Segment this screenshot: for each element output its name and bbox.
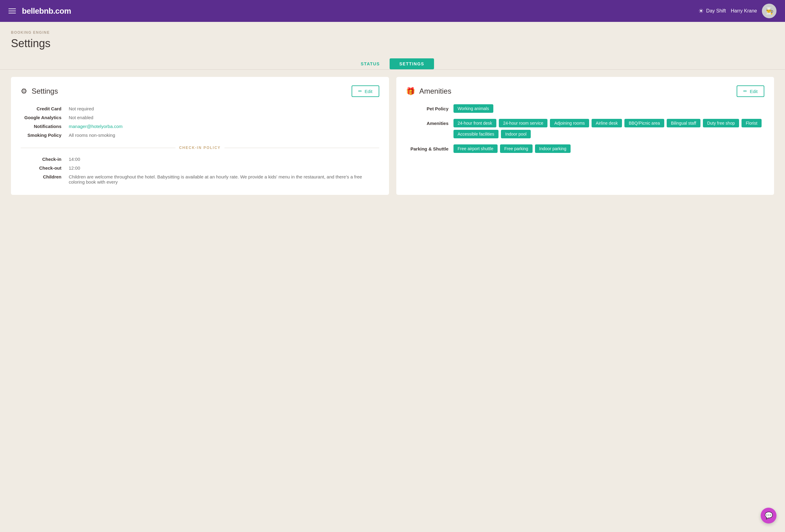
amenities-title-group: 🎁 Amenities bbox=[406, 87, 451, 96]
tag-accessible-facilities: Accessible facilities bbox=[454, 130, 499, 138]
smoking-policy-label: Smoking Policy bbox=[21, 131, 66, 139]
settings-icon: ⚙ bbox=[21, 87, 27, 96]
chat-icon: 💬 bbox=[765, 512, 773, 520]
settings-card-header: ⚙ Settings ✏ Edit bbox=[21, 85, 379, 97]
table-row: Check-out 12:00 bbox=[21, 164, 379, 172]
divider-line-right bbox=[225, 148, 379, 148]
settings-edit-label: Edit bbox=[365, 89, 373, 94]
settings-card-title: Settings bbox=[32, 87, 58, 96]
page-title: Settings bbox=[11, 37, 774, 50]
main-content: ⚙ Settings ✏ Edit Credit Card Not requir… bbox=[0, 70, 785, 202]
amenities-card-title: Amenities bbox=[420, 87, 451, 96]
parking-shuttle-tags: Free airport shuttle Free parking Indoor… bbox=[454, 144, 765, 153]
tag-airline-desk: Airline desk bbox=[591, 119, 622, 127]
children-value: Children are welcome throughout the hote… bbox=[66, 172, 379, 186]
checkin-label: Check-in bbox=[21, 155, 66, 164]
tab-settings[interactable]: SETTINGS bbox=[389, 58, 434, 69]
user-name: Harry Krane bbox=[731, 8, 757, 14]
children-label: Children bbox=[21, 172, 66, 186]
credit-card-label: Credit Card bbox=[21, 104, 66, 113]
settings-card: ⚙ Settings ✏ Edit Credit Card Not requir… bbox=[11, 77, 389, 195]
checkin-fields-table: Check-in 14:00 Check-out 12:00 Children … bbox=[21, 155, 379, 186]
tag-florist: Florist bbox=[741, 119, 762, 127]
table-row: Smoking Policy All rooms non-smoking bbox=[21, 131, 379, 139]
tag-duty-free-shop: Duty free shop bbox=[703, 119, 739, 127]
table-row: Notifications manager@hotelyorba.com bbox=[21, 122, 379, 131]
tag-working-animals: Working animals bbox=[454, 104, 493, 113]
checkout-value: 12:00 bbox=[66, 164, 379, 172]
table-row: Credit Card Not required bbox=[21, 104, 379, 113]
hamburger-menu[interactable] bbox=[8, 8, 16, 14]
tab-status[interactable]: STATUS bbox=[351, 58, 389, 69]
amenities-tags: 24-hour front desk 24-hour room service … bbox=[454, 119, 765, 138]
amenities-label: Amenities bbox=[406, 119, 449, 126]
tag-24hr-room-service: 24-hour room service bbox=[499, 119, 548, 127]
tag-indoor-parking: Indoor parking bbox=[535, 144, 571, 153]
settings-title-group: ⚙ Settings bbox=[21, 87, 58, 96]
sun-icon: ☀ bbox=[698, 7, 704, 15]
divider-line-left bbox=[21, 148, 176, 148]
table-row: Check-in 14:00 bbox=[21, 155, 379, 164]
settings-fields-table: Credit Card Not required Google Analytic… bbox=[21, 104, 379, 139]
page-header: BOOKING ENGINE Settings bbox=[0, 22, 785, 50]
google-analytics-label: Google Analytics bbox=[21, 113, 66, 122]
amenities-edit-button[interactable]: ✏ Edit bbox=[737, 85, 764, 97]
tag-bilingual-staff: Bilingual staff bbox=[667, 119, 701, 127]
avatar-emoji: 👨‍🍳 bbox=[765, 7, 774, 15]
header-left: bellebnb.com bbox=[8, 6, 71, 16]
tabs-bar: STATUS SETTINGS bbox=[0, 58, 785, 70]
checkin-section-label: CHECK-IN POLICY bbox=[179, 145, 221, 150]
tag-free-airport-shuttle: Free airport shuttle bbox=[454, 144, 498, 153]
pet-policy-tags: Working animals bbox=[454, 104, 765, 113]
checkout-label: Check-out bbox=[21, 164, 66, 172]
notifications-value: manager@hotelyorba.com bbox=[66, 122, 379, 131]
table-row: Children Children are welcome throughout… bbox=[21, 172, 379, 186]
header: bellebnb.com ☀ Day Shift Harry Krane 👨‍🍳 bbox=[0, 0, 785, 22]
parking-shuttle-row: Parking & Shuttle Free airport shuttle F… bbox=[406, 144, 765, 153]
tag-indoor-pool: Indoor pool bbox=[501, 130, 531, 138]
credit-card-value: Not required bbox=[66, 104, 379, 113]
parking-shuttle-label: Parking & Shuttle bbox=[406, 144, 449, 151]
shift-label: Day Shift bbox=[706, 8, 726, 14]
tag-adjoining-rooms: Adjoining rooms bbox=[550, 119, 589, 127]
header-right: ☀ Day Shift Harry Krane 👨‍🍳 bbox=[698, 4, 777, 18]
table-row: Google Analytics Not enabled bbox=[21, 113, 379, 122]
amenities-icon: 🎁 bbox=[406, 87, 415, 96]
tag-free-parking: Free parking bbox=[500, 144, 533, 153]
logo: bellebnb.com bbox=[22, 6, 71, 16]
checkin-value: 14:00 bbox=[66, 155, 379, 164]
google-analytics-value: Not enabled bbox=[66, 113, 379, 122]
amenities-card-header: 🎁 Amenities ✏ Edit bbox=[406, 85, 765, 97]
edit-pencil-icon: ✏ bbox=[358, 88, 362, 94]
avatar: 👨‍🍳 bbox=[762, 4, 777, 18]
day-shift[interactable]: ☀ Day Shift bbox=[698, 7, 726, 15]
chat-button[interactable]: 💬 bbox=[761, 508, 777, 524]
tag-bbq-picnic: BBQ/Picnic area bbox=[625, 119, 664, 127]
amenities-card: 🎁 Amenities ✏ Edit Pet Policy Working an… bbox=[396, 77, 774, 195]
amenities-edit-pencil-icon: ✏ bbox=[743, 88, 747, 94]
pet-policy-row: Pet Policy Working animals bbox=[406, 104, 765, 113]
pet-policy-label: Pet Policy bbox=[406, 104, 449, 111]
amenities-row: Amenities 24-hour front desk 24-hour roo… bbox=[406, 119, 765, 138]
breadcrumb: BOOKING ENGINE bbox=[11, 30, 774, 35]
notifications-label: Notifications bbox=[21, 122, 66, 131]
settings-edit-button[interactable]: ✏ Edit bbox=[352, 85, 379, 97]
tag-24hr-front-desk: 24-hour front desk bbox=[454, 119, 497, 127]
amenities-edit-label: Edit bbox=[750, 89, 758, 94]
checkin-divider: CHECK-IN POLICY bbox=[21, 145, 379, 150]
smoking-policy-value: All rooms non-smoking bbox=[66, 131, 379, 139]
